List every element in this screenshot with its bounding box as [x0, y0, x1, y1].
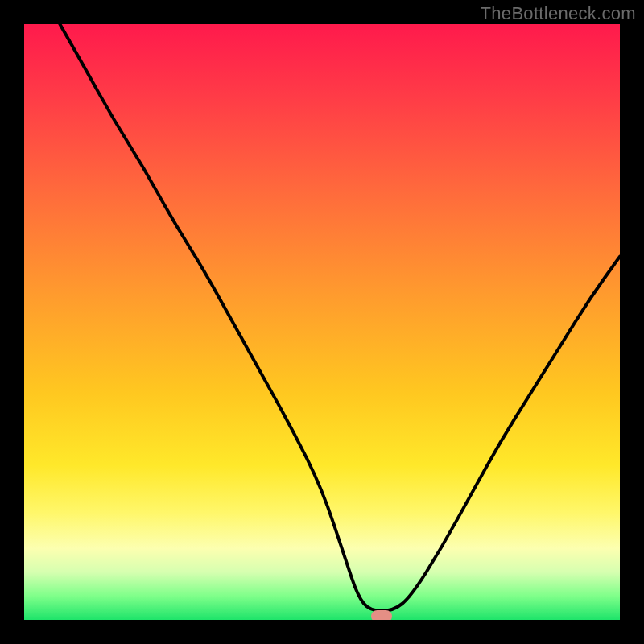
chart-frame: TheBottleneck.com	[0, 0, 644, 644]
bottleneck-curve	[24, 24, 620, 620]
plot-area	[24, 24, 620, 620]
watermark-text: TheBottleneck.com	[481, 3, 636, 24]
optimum-marker	[371, 610, 392, 620]
